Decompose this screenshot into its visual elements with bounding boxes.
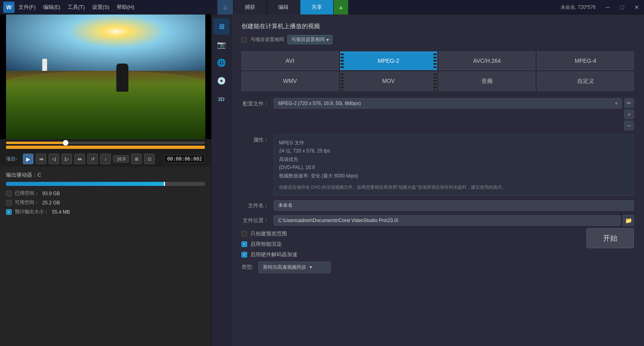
titlebar: W 文件(F) 编辑(E) 工具(T) 设置(S) 帮助(H) ⌂ 捕获 编辑 … bbox=[0, 0, 644, 14]
used-space-value: 93.9 GB bbox=[42, 191, 60, 196]
type-value: 英特尔高速视频同步 bbox=[263, 264, 306, 271]
prev-frame-btn[interactable]: ⏮ bbox=[36, 154, 46, 164]
prop-line-3: (DVD-PAL), 16:9 bbox=[279, 163, 629, 171]
filename-label: 文件名： bbox=[242, 202, 274, 209]
scrubber-handle[interactable] bbox=[63, 140, 68, 146]
video-preview bbox=[0, 14, 211, 139]
sky-layer bbox=[0, 14, 211, 71]
format-wmv[interactable]: WMV bbox=[242, 72, 339, 91]
side-icon-computer[interactable]: 🖥 bbox=[213, 19, 229, 35]
menu-edit[interactable]: 编辑(E) bbox=[43, 4, 60, 11]
preview-canvas bbox=[0, 14, 211, 139]
close-btn[interactable]: ✕ bbox=[630, 0, 644, 14]
nav-upload-btn[interactable]: ▲ bbox=[334, 0, 348, 14]
main-container: 项目- ▶ ⏮ ◁| |▷ ⏭ ↺ ♪ 16:9 ⊞ ⊡ 00:00:06:00… bbox=[0, 14, 644, 346]
crop-btn[interactable]: ⊞ bbox=[131, 154, 142, 164]
menu-tools[interactable]: 工具(T) bbox=[68, 4, 85, 11]
loop-btn[interactable]: ↺ bbox=[87, 154, 98, 164]
drive-progress-fill bbox=[6, 182, 165, 186]
profile-arrow: ▾ bbox=[615, 101, 617, 106]
step-back-btn[interactable]: ◁| bbox=[49, 154, 59, 164]
filename-input[interactable] bbox=[274, 200, 634, 211]
edit-profile-btn[interactable]: ✏ bbox=[624, 98, 634, 108]
tab-share[interactable]: 共享 bbox=[300, 0, 334, 14]
drive-progress-bar bbox=[6, 182, 205, 186]
used-space-checkbox[interactable] bbox=[6, 191, 12, 196]
app-logo: W bbox=[3, 2, 14, 13]
option-smart-row: ✓ 启用智能渲染 bbox=[242, 241, 331, 248]
menu-settings[interactable]: 设置(S) bbox=[92, 4, 109, 11]
option-hw-checkbox[interactable]: ✓ bbox=[242, 252, 247, 257]
type-dropdown[interactable]: 英特尔高速视频同步 ▾ bbox=[258, 262, 331, 273]
location-input[interactable] bbox=[274, 215, 621, 226]
format-avc[interactable]: AVC/H.264 bbox=[439, 51, 536, 70]
project-label: 项目- bbox=[6, 156, 17, 163]
next-frame-btn[interactable]: ⏭ bbox=[74, 154, 85, 164]
same-project-dropdown[interactable]: 与项目设置相同 ▾ bbox=[287, 35, 332, 44]
side-icon-device[interactable]: 📷 bbox=[213, 37, 229, 53]
window-title: 未命名, 720*576 bbox=[556, 4, 601, 11]
profile-row: 配置文件： MPEG-2 (720 x 576, 16:9, 50i, 8Mbp… bbox=[242, 98, 634, 130]
side-icon-disc[interactable]: 💿 bbox=[213, 73, 229, 89]
scrubber-area bbox=[0, 139, 211, 151]
play-btn[interactable]: ▶ bbox=[23, 154, 33, 164]
free-space-value: 25.2 GB bbox=[42, 200, 60, 206]
scrubber-bar[interactable] bbox=[6, 142, 205, 144]
format-mpeg4[interactable]: MPEG-4 bbox=[537, 51, 634, 70]
estimated-size-row: ✓ 预计输出大小： 55.4 MB bbox=[6, 208, 205, 215]
estimated-value: 55.4 MB bbox=[52, 209, 70, 215]
menu-help[interactable]: 帮助(H) bbox=[117, 4, 134, 11]
type-label: 类型: bbox=[242, 264, 254, 271]
step-fwd-btn[interactable]: |▷ bbox=[62, 154, 72, 164]
side-icon-web[interactable]: 🌐 bbox=[213, 55, 229, 71]
snapshot-btn[interactable]: ⊡ bbox=[144, 154, 155, 164]
profile-value: MPEG-2 (720 x 576, 16:9, 50i, 8Mbps) bbox=[278, 101, 361, 106]
minimize-btn[interactable]: ─ bbox=[601, 0, 615, 14]
option-smart-checkbox[interactable]: ✓ bbox=[242, 241, 247, 247]
format-mov[interactable]: MOV bbox=[340, 72, 437, 91]
profile-dropdown[interactable]: MPEG-2 (720 x 576, 16:9, 50i, 8Mbps) ▾ bbox=[274, 98, 622, 109]
same-project-label: 与项目设置相同 bbox=[250, 36, 284, 43]
timecode-display: 00:00:06:002 bbox=[164, 155, 205, 163]
side-icon-3d[interactable]: 3D bbox=[213, 91, 229, 107]
format-mpeg2[interactable]: MPEG-2 bbox=[340, 51, 437, 70]
option-preview-label: 只创建预览范围 bbox=[250, 230, 287, 237]
estimated-checkbox[interactable]: ✓ bbox=[6, 209, 12, 215]
right-panel: 🖥 📷 🌐 💿 3D 创建能在计算机上播放的视频 与项目设置相同 与项目设置相同… bbox=[211, 14, 644, 346]
tab-capture[interactable]: 捕获 bbox=[233, 0, 267, 14]
config-actions: ✏ + ─ bbox=[624, 98, 634, 130]
audio-btn[interactable]: ♪ bbox=[100, 154, 111, 164]
timeline-bar[interactable] bbox=[6, 146, 205, 149]
playback-controls: 项目- ▶ ⏮ ◁| |▷ ⏭ ↺ ♪ 16:9 ⊞ ⊡ 00:00:06:00… bbox=[0, 151, 211, 167]
left-panel: 项目- ▶ ⏮ ◁| |▷ ⏭ ↺ ♪ 16:9 ⊞ ⊡ 00:00:06:00… bbox=[0, 14, 211, 346]
free-space-checkbox[interactable] bbox=[6, 200, 12, 206]
properties-box: MPEG 文件 24 位, 720 x 576, 25 fps 高场优先 (DV… bbox=[274, 134, 634, 196]
add-profile-btn[interactable]: + bbox=[624, 109, 634, 119]
scrubber-fill bbox=[6, 142, 66, 144]
format-audio[interactable]: 音频 bbox=[439, 72, 536, 91]
maximize-btn[interactable]: □ bbox=[615, 0, 630, 14]
menu-file[interactable]: 文件(F) bbox=[19, 4, 36, 11]
start-button[interactable]: 开始 bbox=[586, 228, 634, 248]
prop-line-4: 视频数据速率: 变化 (最大 8000 kbps) bbox=[279, 172, 629, 180]
nav-tabs: ⌂ 捕获 编辑 共享 ▲ bbox=[217, 0, 348, 14]
prop-line-0: MPEG 文件 bbox=[279, 139, 629, 147]
remove-profile-btn[interactable]: ─ bbox=[624, 121, 634, 130]
location-row: 文件位置： 📁 bbox=[242, 215, 634, 226]
format-avi[interactable]: AVI bbox=[242, 51, 339, 70]
format-custom[interactable]: 自定义 bbox=[537, 72, 634, 91]
nav-home-btn[interactable]: ⌂ bbox=[217, 0, 233, 14]
aspect-ratio-btn[interactable]: 16:9 bbox=[113, 155, 129, 163]
same-project-checkbox[interactable] bbox=[242, 37, 247, 43]
option-preview-row: 只创建预览范围 bbox=[242, 230, 331, 237]
content-area: 创建能在计算机上播放的视频 与项目设置相同 与项目设置相同 ▾ AVI MPEG… bbox=[231, 14, 644, 346]
dropdown-text: 与项目设置相同 bbox=[291, 36, 325, 43]
tab-edit[interactable]: 编辑 bbox=[267, 0, 300, 14]
browse-btn[interactable]: 📁 bbox=[623, 215, 634, 226]
drive-indicator bbox=[164, 182, 165, 186]
side-icons: 🖥 📷 🌐 💿 3D bbox=[211, 14, 231, 346]
options-section: 只创建预览范围 ✓ 启用智能渲染 ✓ 启用硬件解码器加速 类型: 英特尔高速视频… bbox=[242, 230, 331, 273]
option-preview-checkbox[interactable] bbox=[242, 231, 247, 237]
type-row: 类型: 英特尔高速视频同步 ▾ bbox=[242, 262, 331, 273]
option-smart-label: 启用智能渲染 bbox=[250, 241, 282, 248]
